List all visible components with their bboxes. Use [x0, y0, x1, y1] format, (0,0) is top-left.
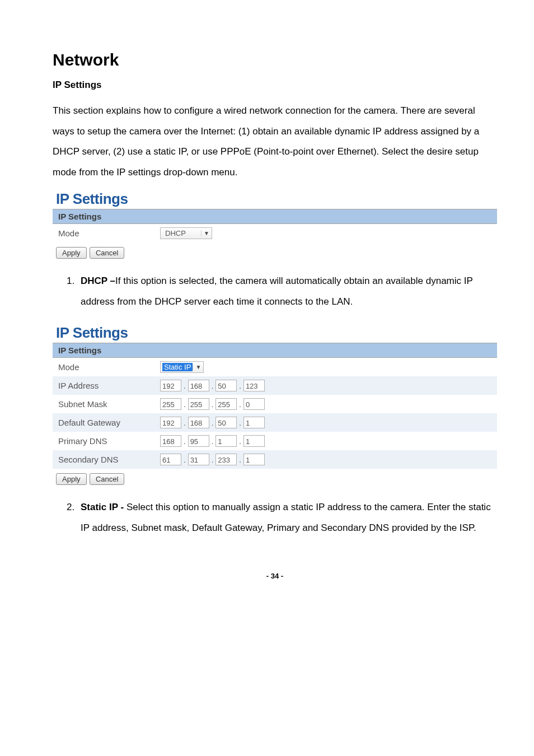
list-item-text: If this option is selected, the camera w… — [81, 276, 473, 307]
list-item-bold: DHCP – — [81, 276, 115, 286]
ip-octet-input[interactable]: 95 — [188, 435, 209, 447]
description-list-1: DHCP –If this option is selected, the ca… — [53, 271, 497, 312]
ip-dot: . — [184, 400, 186, 409]
ip-octet-input[interactable]: 255 — [160, 398, 181, 410]
ip-octet-input[interactable]: 168 — [188, 380, 209, 391]
mode-select-value: DHCP — [161, 229, 201, 237]
ip-dot: . — [184, 419, 186, 427]
mode-label: Mode — [58, 228, 160, 238]
ip-field-label: Subnet Mask — [58, 399, 160, 409]
intro-paragraph: This section explains how to configure a… — [53, 101, 497, 183]
ip-settings-dhcp-panel: IP Settings IP Settings Mode DHCP ▼ Appl… — [53, 190, 497, 261]
list-item: DHCP –If this option is selected, the ca… — [77, 271, 497, 312]
ip-field-label: IP Address — [58, 381, 160, 390]
cancel-button[interactable]: Cancel — [90, 247, 124, 259]
ip-octet-group: 61.31.233.1 — [160, 454, 266, 465]
ip-octet-group: 192.168.50.123 — [160, 380, 266, 391]
ip-octet-input[interactable]: 1 — [216, 435, 237, 447]
description-list-2: Static IP - Select this option to manual… — [53, 497, 497, 538]
ip-octet-input[interactable]: 255 — [188, 398, 209, 410]
ip-field-row: Secondary DNS61.31.233.1 — [53, 450, 497, 469]
list-item-bold: Static IP - — [81, 502, 124, 512]
panel-title: IP Settings — [56, 324, 497, 342]
ip-octet-group: 168.95.1.1 — [160, 435, 266, 447]
ip-field-label: Default Gateway — [58, 418, 160, 427]
panel-title: IP Settings — [56, 190, 497, 208]
ip-octet-group: 192.168.50.1 — [160, 417, 266, 428]
ip-octet-input[interactable]: 123 — [243, 380, 265, 391]
ip-octet-input[interactable]: 168 — [188, 417, 209, 428]
ip-octet-input[interactable]: 1 — [243, 435, 265, 447]
ip-dot: . — [239, 419, 241, 427]
ip-octet-input[interactable]: 1 — [243, 454, 265, 465]
panel-header: IP Settings — [53, 343, 497, 358]
mode-label: Mode — [58, 362, 160, 372]
ip-dot: . — [239, 382, 241, 390]
mode-select[interactable]: Static IP ▼ — [160, 361, 204, 373]
chevron-down-icon: ▼ — [201, 230, 212, 236]
apply-button[interactable]: Apply — [56, 473, 87, 485]
ip-field-label: Primary DNS — [58, 436, 160, 446]
ip-dot: . — [212, 456, 214, 464]
cancel-button[interactable]: Cancel — [90, 473, 124, 485]
list-item-text: Select this option to manually assign a … — [81, 502, 491, 533]
ip-octet-input[interactable]: 1 — [243, 417, 265, 428]
ip-dot: . — [184, 456, 186, 464]
ip-octet-input[interactable]: 50 — [216, 417, 237, 428]
ip-dot: . — [212, 400, 214, 409]
mode-row: Mode Static IP ▼ — [53, 358, 497, 376]
button-row: Apply Cancel — [56, 245, 497, 261]
chevron-down-icon: ▼ — [193, 364, 203, 370]
page-title: Network — [53, 50, 497, 69]
button-row: Apply Cancel — [56, 471, 497, 487]
ip-octet-group: 255.255.255.0 — [160, 398, 266, 410]
ip-octet-input[interactable]: 31 — [188, 454, 209, 465]
ip-dot: . — [239, 400, 241, 409]
ip-settings-static-panel: IP Settings IP Settings Mode Static IP ▼… — [53, 324, 497, 487]
ip-dot: . — [184, 437, 186, 446]
ip-field-row: Default Gateway192.168.50.1 — [53, 413, 497, 432]
apply-button[interactable]: Apply — [56, 247, 87, 259]
ip-field-row: Primary DNS168.95.1.1 — [53, 432, 497, 450]
ip-dot: . — [239, 437, 241, 446]
ip-octet-input[interactable]: 50 — [216, 380, 237, 391]
mode-select[interactable]: DHCP ▼ — [160, 227, 212, 239]
ip-octet-input[interactable]: 0 — [243, 398, 265, 410]
ip-octet-input[interactable]: 233 — [216, 454, 237, 465]
ip-dot: . — [184, 382, 186, 390]
ip-octet-input[interactable]: 192 — [160, 380, 181, 391]
list-item: Static IP - Select this option to manual… — [77, 497, 497, 538]
page-content: Network IP Settings This section explain… — [0, 0, 534, 603]
page-footer: - 34 - — [53, 572, 497, 580]
panel-header: IP Settings — [53, 209, 497, 224]
mode-row: Mode DHCP ▼ — [53, 224, 497, 242]
ip-octet-input[interactable]: 255 — [216, 398, 237, 410]
ip-field-row: Subnet Mask255.255.255.0 — [53, 395, 497, 413]
ip-dot: . — [212, 419, 214, 427]
ip-field-row: IP Address192.168.50.123 — [53, 376, 497, 395]
mode-select-value: Static IP — [162, 363, 193, 371]
ip-octet-input[interactable]: 61 — [160, 454, 181, 465]
ip-dot: . — [212, 437, 214, 446]
section-subheading: IP Settings — [53, 80, 497, 91]
ip-field-label: Secondary DNS — [58, 455, 160, 464]
ip-octet-input[interactable]: 192 — [160, 417, 181, 428]
ip-dot: . — [212, 382, 214, 390]
ip-octet-input[interactable]: 168 — [160, 435, 181, 447]
ip-dot: . — [239, 456, 241, 464]
